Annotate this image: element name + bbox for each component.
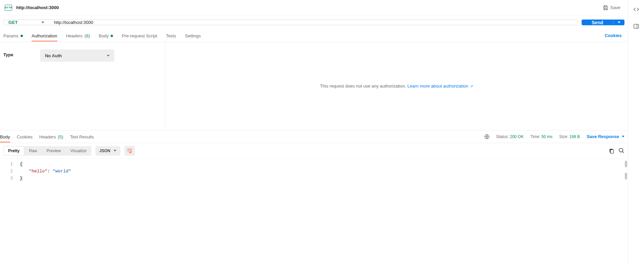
response-format-value: JSON xyxy=(99,148,111,153)
colon: : xyxy=(48,169,53,174)
tab-settings[interactable]: Settings xyxy=(185,30,201,41)
auth-message: This request does not use any authorizat… xyxy=(320,84,473,89)
cookies-link[interactable]: Cookies xyxy=(605,33,624,38)
tab-tests-label: Tests xyxy=(166,33,176,38)
resp-tab-headers-count: (5) xyxy=(58,134,63,139)
brace-close: } xyxy=(20,176,23,181)
method-select[interactable]: GET xyxy=(4,20,49,25)
line-number: 1 xyxy=(0,161,13,168)
auth-learn-more-link[interactable]: Learn more about authorization ↗ xyxy=(407,84,473,89)
save-button[interactable]: Save xyxy=(600,4,623,12)
view-mode-raw[interactable]: Raw xyxy=(24,146,42,156)
code-content: { "hello": "world" } xyxy=(16,161,628,265)
external-link-icon: ↗ xyxy=(469,84,473,88)
response-tabs: Body Cookies Headers (5) Test Results St… xyxy=(0,130,628,143)
url-input[interactable] xyxy=(49,20,578,25)
tab-headers[interactable]: Headers (8) xyxy=(66,30,90,41)
tab-authorization[interactable]: Authorization xyxy=(32,30,57,41)
copy-icon[interactable] xyxy=(609,148,614,154)
request-name: http://localhost:3000 xyxy=(16,5,59,10)
right-rail xyxy=(628,0,644,265)
svg-rect-2 xyxy=(611,150,614,153)
chevron-down-icon xyxy=(107,55,110,57)
request-box: GET xyxy=(3,20,578,25)
view-mode-pretty[interactable]: Pretty xyxy=(3,146,24,156)
request-row: GET Send xyxy=(0,15,628,29)
tab-tests[interactable]: Tests xyxy=(166,30,176,41)
svg-rect-4 xyxy=(634,24,639,28)
auth-type-select[interactable]: No Auth xyxy=(40,49,114,62)
side-panel-icon[interactable] xyxy=(633,23,639,30)
method-label: GET xyxy=(8,20,18,25)
brace-open: { xyxy=(20,162,23,167)
auth-type-label: Type xyxy=(3,49,13,123)
json-value: "world" xyxy=(53,169,71,174)
request-tabs: Params Authorization Headers (8) Body Pr… xyxy=(0,29,628,42)
tab-prerequest-label: Pre-request Script xyxy=(122,33,157,38)
tab-prerequest[interactable]: Pre-request Script xyxy=(122,30,157,41)
auth-message-text: This request does not use any authorizat… xyxy=(320,84,407,89)
time-stat: Time: 50 ms xyxy=(530,134,553,139)
auth-left: Type No Auth xyxy=(0,42,165,130)
resp-tab-headers-label: Headers xyxy=(39,134,56,139)
view-mode-visualize[interactable]: Visualize xyxy=(66,146,91,156)
tab-auth-label: Authorization xyxy=(32,33,57,38)
tab-settings-label: Settings xyxy=(185,33,201,38)
tab-body-label: Body xyxy=(99,33,109,38)
title-bar: HTTP http://localhost:3000 Save xyxy=(0,0,628,15)
tab-params-label: Params xyxy=(3,33,19,38)
tab-headers-count: (8) xyxy=(85,33,90,38)
line-wrap-button[interactable] xyxy=(124,146,135,156)
send-button[interactable]: Send xyxy=(582,20,624,25)
auth-right: This request does not use any authorizat… xyxy=(165,42,628,130)
scrollbar-thumb[interactable] xyxy=(625,173,627,179)
view-mode-preview[interactable]: Preview xyxy=(42,146,66,156)
http-badge-icon: HTTP xyxy=(5,5,12,11)
status-value: 200 OK xyxy=(510,134,524,139)
size-value: 188 B xyxy=(569,134,580,139)
tab-headers-label: Headers xyxy=(66,33,83,38)
size-stat: Size: 188 B xyxy=(559,134,580,139)
resp-tab-headers[interactable]: Headers (5) xyxy=(39,131,63,142)
save-icon xyxy=(603,5,608,10)
code-panel-icon[interactable] xyxy=(633,6,640,14)
resp-tab-cookies[interactable]: Cookies xyxy=(17,131,33,142)
time-value: 50 ms xyxy=(541,134,553,139)
resp-tab-test-results[interactable]: Test Results xyxy=(70,131,94,142)
status-label: Status: xyxy=(496,134,509,139)
json-key: "hello" xyxy=(29,169,48,174)
view-mode-group: Pretty Raw Preview Visualize xyxy=(3,146,91,156)
send-dropdown[interactable] xyxy=(613,20,624,25)
svg-point-3 xyxy=(619,148,623,152)
tab-body[interactable]: Body xyxy=(99,30,113,41)
send-label: Send xyxy=(582,20,613,25)
save-label: Save xyxy=(610,5,620,10)
chevron-down-icon xyxy=(618,22,620,23)
response-format-select[interactable]: JSON xyxy=(95,146,121,156)
save-response-button[interactable]: Save Response xyxy=(587,134,624,139)
save-response-label: Save Response xyxy=(587,134,619,139)
response-body[interactable]: 1 2 3 { "hello": "world" } xyxy=(0,159,628,265)
dot-indicator-icon xyxy=(21,35,23,37)
dot-indicator-icon xyxy=(111,35,113,37)
resp-tab-cookies-label: Cookies xyxy=(17,134,33,139)
resp-tab-body-label: Body xyxy=(0,134,10,139)
search-icon[interactable] xyxy=(619,148,624,154)
resp-tab-body[interactable]: Body xyxy=(0,131,10,142)
line-number: 2 xyxy=(0,168,13,175)
line-wrap-icon xyxy=(127,148,133,153)
time-label: Time: xyxy=(530,134,540,139)
chevron-down-icon xyxy=(41,22,44,23)
chevron-down-icon xyxy=(114,150,116,152)
auth-link-text: Learn more about authorization xyxy=(407,84,468,89)
size-label: Size: xyxy=(559,134,568,139)
scrollbar-thumb[interactable] xyxy=(625,161,627,167)
status-stat: Status: 200 OK xyxy=(496,134,524,139)
resp-tab-test-results-label: Test Results xyxy=(70,134,94,139)
gutter: 1 2 3 xyxy=(0,161,16,265)
line-number: 3 xyxy=(0,175,13,182)
network-icon[interactable] xyxy=(484,134,490,139)
tab-params[interactable]: Params xyxy=(3,30,23,41)
auth-panel: Type No Auth This request does not use a… xyxy=(0,42,628,130)
viewer-row: Pretty Raw Preview Visualize JSON xyxy=(0,143,628,159)
